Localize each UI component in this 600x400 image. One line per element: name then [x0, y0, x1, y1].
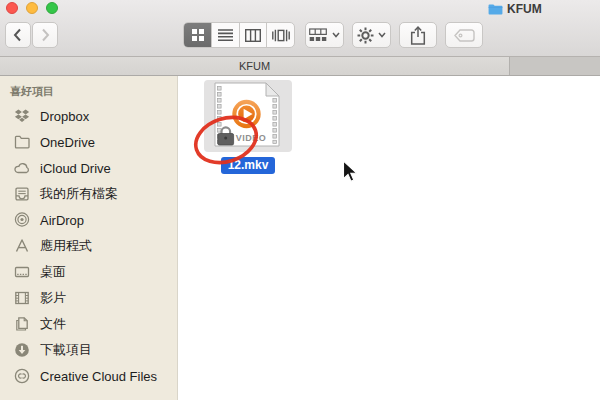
- chevron-down-icon: [332, 32, 340, 38]
- column-view-button[interactable]: [239, 23, 267, 47]
- mouse-cursor-icon: [342, 160, 358, 184]
- sidebar-item-documents[interactable]: 文件: [0, 311, 177, 337]
- chevron-right-icon: [38, 27, 52, 43]
- zoom-button[interactable]: [46, 2, 58, 14]
- window-title: KFUM: [507, 2, 542, 16]
- grid-view-icon: [191, 28, 205, 42]
- sidebar-item-dropbox[interactable]: Dropbox: [0, 103, 177, 129]
- video-file-icon[interactable]: VIDEO: [204, 80, 292, 152]
- tab-title: KFUM: [239, 60, 270, 72]
- sidebar-item-desktop[interactable]: 桌面: [0, 259, 177, 285]
- sidebar-item-movies[interactable]: 影片: [0, 285, 177, 311]
- movies-icon: [13, 289, 31, 307]
- sidebar-item-airdrop[interactable]: AirDrop: [0, 207, 177, 233]
- window-title-proxy[interactable]: KFUM: [488, 2, 542, 16]
- arrange-icon: [309, 28, 328, 42]
- airdrop-icon: [13, 211, 31, 229]
- file-type-badge: VIDEO: [236, 133, 267, 143]
- downloads-icon: [13, 341, 31, 359]
- coverflow-view-button[interactable]: [266, 23, 294, 47]
- list-view-icon: [218, 28, 233, 42]
- sidebar-item-label: Dropbox: [40, 109, 89, 124]
- coverflow-view-icon: [272, 29, 290, 42]
- gear-icon: [357, 27, 374, 44]
- dropbox-icon: [13, 107, 31, 125]
- sidebar-item-creative-cloud-files[interactable]: Creative Cloud Files: [0, 363, 177, 389]
- applications-icon: [13, 237, 31, 255]
- sidebar-item-label: Creative Cloud Files: [40, 369, 157, 384]
- finder-window: KFUM: [0, 0, 600, 400]
- sidebar-item-label: 下載項目: [40, 341, 92, 359]
- folder-icon: [488, 3, 503, 15]
- sidebar-item-all-my-files[interactable]: 我的所有檔案: [0, 181, 177, 207]
- view-switcher: [183, 22, 295, 48]
- sidebar: 喜好項目 Dropbox: [0, 76, 178, 400]
- sidebar-item-label: 我的所有檔案: [40, 185, 118, 203]
- share-icon: [410, 26, 426, 45]
- chevron-left-icon: [11, 27, 25, 43]
- back-button[interactable]: [5, 22, 31, 48]
- tab-bar: KFUM: [0, 57, 600, 76]
- sidebar-item-icloud-drive[interactable]: iCloud Drive: [0, 155, 177, 181]
- sidebar-item-label: 影片: [40, 289, 66, 307]
- sidebar-item-label: iCloud Drive: [40, 161, 111, 176]
- cloud-icon: [13, 159, 31, 177]
- sidebar-item-label: 文件: [40, 315, 66, 333]
- creative-cloud-icon: [13, 367, 31, 385]
- share-button[interactable]: [399, 22, 437, 48]
- desktop-icon: [13, 263, 31, 281]
- sidebar-item-label: AirDrop: [40, 213, 84, 228]
- sidebar-item-downloads[interactable]: 下載項目: [0, 337, 177, 363]
- titlebar-toolbar: KFUM: [0, 0, 600, 57]
- minimize-button[interactable]: [26, 2, 38, 14]
- forward-button[interactable]: [32, 22, 58, 48]
- chevron-down-icon: [378, 32, 386, 38]
- arrange-button[interactable]: [305, 22, 344, 48]
- play-badge: [232, 100, 260, 128]
- list-view-button[interactable]: [211, 23, 239, 47]
- sidebar-section-header: 喜好項目: [0, 76, 177, 97]
- action-button[interactable]: [352, 22, 391, 48]
- documents-icon: [13, 315, 31, 333]
- file-name-label[interactable]: 12.mkv: [221, 157, 276, 174]
- sidebar-item-label: OneDrive: [40, 135, 95, 150]
- file-item-12mkv[interactable]: VIDEO 12.mkv: [204, 80, 292, 174]
- sidebar-item-label: 應用程式: [40, 237, 92, 255]
- folder-outline-icon: [13, 133, 31, 151]
- sidebar-item-label: 桌面: [40, 263, 66, 281]
- all-my-files-icon: [13, 185, 31, 203]
- tag-icon: [454, 29, 475, 42]
- folder-content-area[interactable]: VIDEO 12.mkv: [178, 76, 600, 400]
- sidebar-item-applications[interactable]: 應用程式: [0, 233, 177, 259]
- tag-button[interactable]: [445, 22, 483, 48]
- icon-view-button[interactable]: [184, 23, 211, 47]
- sidebar-item-onedrive[interactable]: OneDrive: [0, 129, 177, 155]
- close-button[interactable]: [6, 2, 18, 14]
- tab-kfum[interactable]: KFUM: [0, 57, 510, 75]
- column-view-icon: [245, 29, 261, 42]
